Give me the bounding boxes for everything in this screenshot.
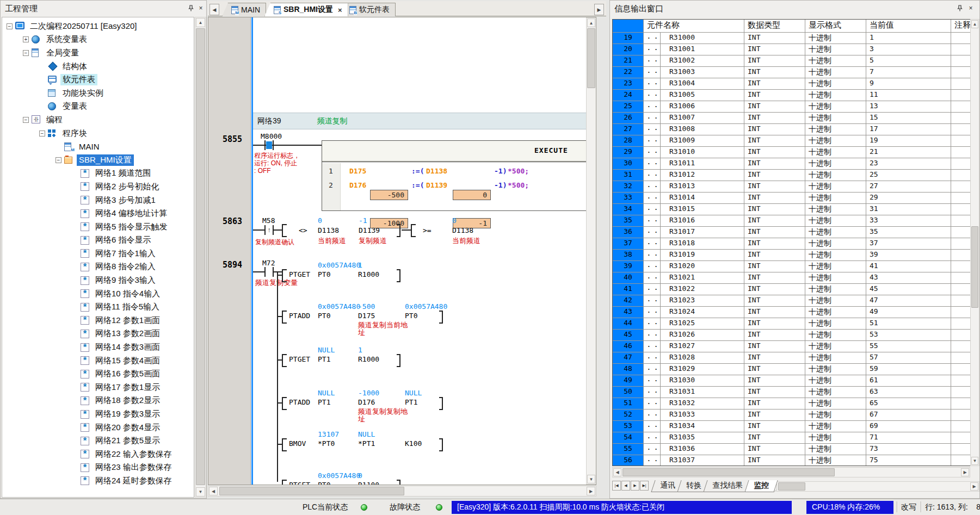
operand-name[interactable]: PT0	[318, 312, 330, 320]
row-options[interactable]: . . .	[644, 55, 661, 66]
expander-icon[interactable]: +	[23, 36, 29, 42]
instruction-name[interactable]: PTADD	[289, 312, 310, 320]
scroll-up-icon[interactable]: ▲	[587, 18, 595, 27]
tab-last-icon[interactable]: ▶|	[640, 481, 649, 491]
row-options[interactable]: . . .	[644, 147, 661, 158]
monitor-vertical-scrollbar[interactable]: ▲ ▼	[970, 19, 979, 466]
scroll-left-icon[interactable]: ◀	[209, 487, 218, 495]
scroll-down-icon[interactable]: ▼	[196, 487, 205, 497]
row-options[interactable]: . . .	[644, 215, 661, 226]
table-row[interactable]: 19. . .R31000INT十进制1	[613, 33, 972, 44]
tree-item[interactable]: *网络24 延时参数保存	[2, 474, 194, 488]
table-row[interactable]: 21. . .R31002INT十进制5	[613, 55, 972, 67]
tab-next-icon[interactable]: ▶	[631, 481, 639, 491]
row-options[interactable]: . . .	[644, 352, 661, 363]
table-row[interactable]: 29. . .R31010INT十进制21	[613, 147, 972, 158]
table-row[interactable]: 56. . .R31037INT十进制75	[613, 455, 972, 466]
column-header[interactable]: 当前值	[866, 20, 951, 32]
row-options[interactable]: . . .	[644, 284, 661, 295]
tree-item[interactable]: −SBR_HMI设置	[2, 153, 194, 167]
table-row[interactable]: 42. . .R31023INT十进制47	[613, 295, 972, 307]
operand-name[interactable]: PT1	[318, 398, 330, 406]
tree-item[interactable]: *网络18 参数2显示	[2, 394, 194, 408]
expander-icon[interactable]: −	[23, 50, 29, 56]
monitor-scrollbar-thumb[interactable]	[971, 226, 978, 308]
table-row[interactable]: 47. . .R31028INT十进制57	[613, 352, 972, 364]
tree-item[interactable]: −程序块	[2, 127, 194, 140]
tree-item[interactable]: MMAIN	[2, 140, 194, 153]
column-header[interactable]: 显示格式	[805, 20, 866, 32]
expander-icon[interactable]: −	[23, 117, 29, 123]
row-options[interactable]: . . .	[644, 444, 661, 455]
table-row[interactable]: 54. . .R31035INT十进制71	[613, 432, 972, 444]
ladder-editor[interactable]: 5855 5863 5894 网络39 频道复制 M8000 程序运行标志， 运…	[208, 17, 596, 485]
row-options[interactable]: . . .	[644, 409, 661, 420]
table-row[interactable]: 45. . .R31026INT十进制53	[613, 330, 972, 341]
row-options[interactable]: . . .	[644, 421, 661, 432]
table-row[interactable]: 20. . .R31001INT十进制3	[613, 44, 972, 55]
table-row[interactable]: 55. . .R31036INT十进制73	[613, 444, 972, 455]
table-row[interactable]: 40. . .R31021INT十进制43	[613, 272, 972, 284]
row-options[interactable]: . . .	[644, 455, 661, 466]
execute-block[interactable]: EXECUTE 1 D175 -500 :=( D1138 0 -1) *500…	[322, 140, 595, 211]
monitor-horizontal-scrollbar[interactable]: ◀ ▶	[612, 467, 970, 477]
tree-item[interactable]: *网络15 参数4画面	[2, 354, 194, 368]
operand-name[interactable]: D1139	[359, 226, 380, 234]
tree-item[interactable]: *网络16 参数5画面	[2, 367, 194, 381]
monitor-hscrollbar-thumb[interactable]	[622, 468, 835, 476]
row-options[interactable]: . . .	[644, 295, 661, 306]
instruction-name[interactable]: BMOV	[289, 439, 306, 448]
row-options[interactable]: . . .	[644, 135, 661, 146]
tree-item[interactable]: *网络8 指令2输入	[2, 260, 194, 274]
instruction-name[interactable]: PTGET	[289, 270, 310, 278]
row-options[interactable]: . . .	[644, 398, 661, 409]
column-header[interactable]: 数据类型	[744, 20, 805, 32]
row-options[interactable]: . . .	[644, 33, 661, 44]
table-row[interactable]: 37. . .R31018INT十进制37	[613, 238, 972, 250]
table-row[interactable]: 49. . .R31030INT十进制61	[613, 375, 972, 387]
row-options[interactable]: . . .	[644, 250, 661, 260]
operand-name[interactable]: D1138	[318, 226, 339, 234]
st-value-box[interactable]: -500	[370, 190, 408, 200]
row-options[interactable]: . . .	[644, 181, 661, 192]
tree-item[interactable]: *网络9 指令3输入	[2, 274, 194, 287]
table-row[interactable]: 48. . .R31029INT十进制59	[613, 364, 972, 375]
instruction-name[interactable]: PTGET	[289, 355, 310, 363]
tree-item[interactable]: *网络7 指令1输入	[2, 247, 194, 260]
operand-name[interactable]: *PT0	[318, 439, 335, 448]
expander-icon[interactable]: −	[56, 157, 61, 163]
tree-item[interactable]: *网络21 参数5显示	[2, 434, 194, 448]
expander-icon[interactable]: −	[39, 131, 45, 136]
tree-item[interactable]: −全局变量	[2, 46, 194, 60]
row-options[interactable]: . . .	[644, 261, 661, 272]
scroll-right-icon[interactable]: ▶	[587, 487, 595, 495]
tab-scroll-left-icon[interactable]: ◀	[209, 4, 219, 15]
operand-name[interactable]: PT0	[405, 312, 417, 320]
tree-item[interactable]: *网络2 步号初始化	[2, 180, 194, 194]
tree-item[interactable]: *网络6 指令显示	[2, 234, 194, 247]
tab-软元件表[interactable]: B软元件表	[340, 3, 396, 16]
scroll-up-icon[interactable]: ▲	[971, 20, 978, 28]
row-options[interactable]: . . .	[644, 238, 661, 249]
row-options[interactable]: . . .	[644, 307, 661, 318]
scroll-right-icon[interactable]: ▶	[961, 468, 969, 476]
table-row[interactable]: 24. . .R31005INT十进制11	[613, 90, 972, 101]
contact-m72[interactable]	[264, 267, 274, 277]
tab-close-icon[interactable]: ×	[338, 6, 342, 14]
table-row[interactable]: 39. . .R31020INT十进制41	[613, 261, 972, 272]
row-options[interactable]: . . .	[644, 90, 661, 101]
close-icon[interactable]: ×	[196, 3, 206, 13]
row-options[interactable]: . . .	[644, 204, 661, 215]
tree-item[interactable]: *网络3 步号加减1	[2, 194, 194, 207]
pin-icon[interactable]	[186, 3, 196, 13]
editor-vertical-scrollbar[interactable]: ▲ ▼	[586, 17, 596, 485]
output-tab-监控[interactable]: 监控	[744, 480, 778, 492]
table-row[interactable]: 51. . .R31032INT十进制65	[613, 398, 972, 409]
row-options[interactable]: . . .	[644, 170, 661, 181]
scroll-up-icon[interactable]: ▲	[196, 18, 205, 27]
operand-name[interactable]: D176	[358, 398, 375, 406]
tree-vertical-scrollbar[interactable]: ▲ ▼	[195, 17, 206, 498]
tabstrip-scrollbar[interactable]: ◀ ▶	[768, 481, 979, 492]
tree-item[interactable]: 结构体	[2, 60, 194, 73]
row-options[interactable]: . . .	[644, 124, 661, 135]
